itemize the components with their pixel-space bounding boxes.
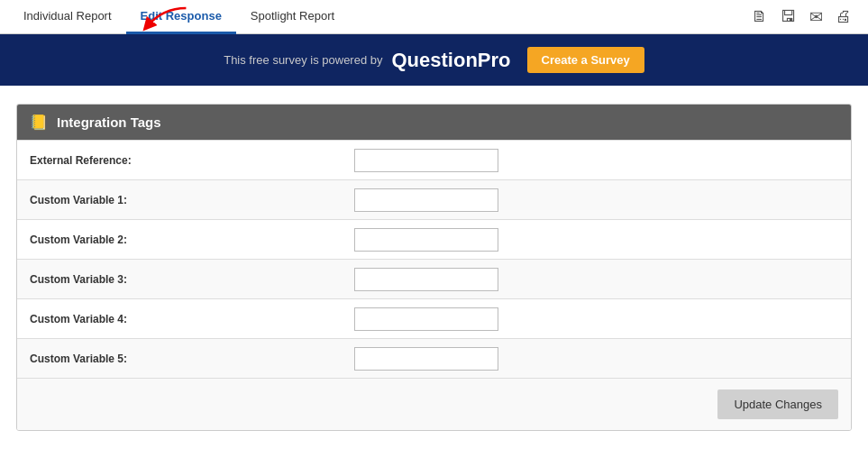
integration-tags-header: 📒 Integration Tags [17, 105, 851, 140]
custom-variable-1-input[interactable] [354, 188, 498, 212]
custom-variable-3-label: Custom Variable 3: [17, 264, 342, 295]
create-survey-button[interactable]: Create a Survey [527, 47, 644, 73]
tab-individual-report[interactable]: Individual Report [9, 0, 126, 34]
custom-variable-5-label: Custom Variable 5: [17, 344, 342, 374]
custom-variable-1-cell [342, 181, 851, 219]
mail-icon[interactable]: ✉ [809, 7, 823, 27]
toolbar-icons: 🗎 🖫 ✉ 🖨 [752, 7, 859, 27]
banner-prefix: This free survey is powered by [224, 53, 382, 67]
custom-variable-3-cell [342, 261, 851, 298]
update-changes-button[interactable]: Update Changes [717, 389, 838, 419]
table-row: Custom Variable 4: [17, 298, 851, 338]
table-row: Custom Variable 3: [17, 259, 851, 298]
custom-variable-2-label: Custom Variable 2: [17, 224, 342, 255]
custom-variable-1-label: Custom Variable 1: [17, 185, 342, 215]
custom-variable-3-input[interactable] [354, 268, 498, 291]
tabs-bar: Individual Report Edit Response Spotligh… [0, 0, 868, 34]
brand-name: QuestionPro [392, 49, 511, 72]
table-row: Custom Variable 2: [17, 219, 851, 259]
external-reference-cell [342, 142, 851, 179]
table-row: Custom Variable 5: [17, 338, 851, 378]
integration-tags-table: 📒 Integration Tags External Reference: C… [16, 104, 852, 431]
promo-banner: This free survey is powered by QuestionP… [0, 34, 868, 86]
custom-variable-4-input[interactable] [354, 307, 498, 331]
tab-spotlight-report[interactable]: Spotlight Report [236, 0, 349, 34]
table-row: External Reference: [17, 140, 851, 179]
custom-variable-4-cell [342, 300, 851, 338]
integration-title: Integration Tags [57, 114, 161, 130]
custom-variable-4-label: Custom Variable 4: [17, 304, 342, 334]
main-content: 📒 Integration Tags External Reference: C… [0, 86, 868, 449]
print-icon[interactable]: 🖨 [836, 7, 852, 26]
custom-variable-5-cell [342, 340, 851, 378]
tab-edit-response[interactable]: Edit Response [126, 0, 236, 34]
download-icon[interactable]: 🖫 [781, 7, 797, 26]
integration-icon: 📒 [30, 114, 48, 131]
custom-variable-2-input[interactable] [354, 228, 498, 252]
table-footer: Update Changes [17, 378, 851, 430]
external-reference-label: External Reference: [17, 145, 342, 176]
custom-variable-2-cell [342, 221, 851, 259]
external-reference-input[interactable] [354, 149, 498, 172]
custom-variable-5-input[interactable] [354, 347, 498, 371]
file-icon[interactable]: 🗎 [752, 7, 768, 26]
table-row: Custom Variable 1: [17, 179, 851, 219]
